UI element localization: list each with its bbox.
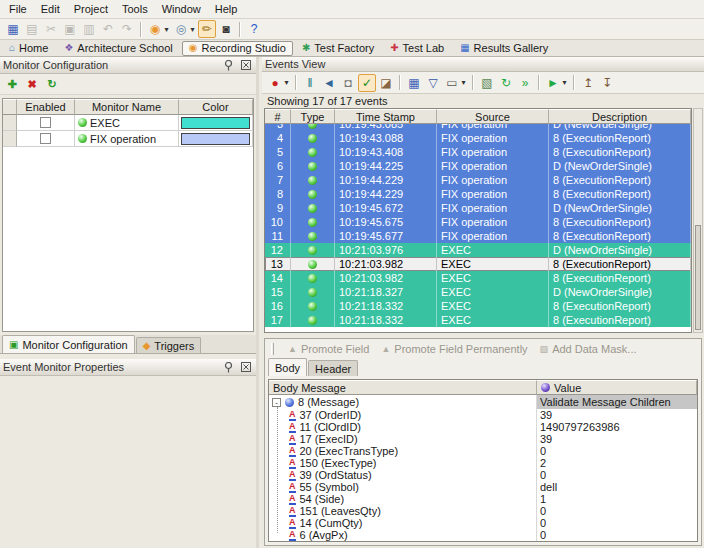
field-row[interactable]: A 37 (OrderID) 39 [269, 409, 697, 421]
enabled-checkbox[interactable] [40, 117, 51, 128]
event-row[interactable]: 11 10:19:45.677 FIX operation 8 (Executi… [265, 229, 691, 243]
delete-monitor-icon[interactable]: ✖ [23, 75, 41, 93]
collapse-toggle-icon[interactable]: - [272, 398, 281, 407]
details-tab[interactable]: Body [268, 358, 307, 376]
dropdown-caret-icon[interactable]: ▾ [188, 20, 197, 38]
perspective-tab[interactable]: ▦ Results Gallery [453, 41, 555, 56]
paste-icon[interactable]: ▥ [80, 20, 98, 38]
field-row[interactable]: A 151 (LeavesQty) 0 [269, 505, 697, 517]
enabled-column-header[interactable]: Enabled [17, 99, 75, 115]
clear-events-icon[interactable]: ◪ [377, 74, 395, 92]
field-value[interactable]: 1490797263986 [537, 421, 697, 433]
menu-item[interactable]: Tools [115, 1, 155, 17]
save-events-icon[interactable]: ▦ [405, 74, 423, 92]
event-row[interactable]: 15 10:21:18.327 EXEC D (NewOrderSingle) [265, 285, 691, 299]
monitor-row[interactable]: FIX operation [3, 131, 253, 147]
field-row[interactable]: A 6 (AvgPx) 0 [269, 529, 697, 541]
field-row[interactable]: A 150 (ExecType) 2 [269, 457, 697, 469]
field-row[interactable]: A 17 (ExecID) 39 [269, 433, 697, 445]
undo-icon[interactable]: ↶ [99, 20, 117, 38]
refresh-monitors-icon[interactable]: ↻ [43, 75, 61, 93]
menu-item[interactable]: Edit [34, 1, 67, 17]
field-value[interactable]: 0 [537, 445, 697, 457]
color-swatch[interactable] [181, 133, 250, 145]
cut-icon[interactable]: ✂ [42, 20, 60, 38]
copy-icon[interactable]: ▣ [61, 20, 79, 38]
field-row[interactable]: A 11 (ClOrdID) 1490797263986 [269, 421, 697, 433]
field-value[interactable]: dell [537, 481, 697, 493]
field-value[interactable]: 0 [537, 517, 697, 529]
help-icon[interactable]: ? [245, 20, 263, 38]
redo-icon[interactable]: ↷ [118, 20, 136, 38]
pause-icon[interactable]: ‖ [301, 74, 319, 92]
field-value[interactable]: 1 [537, 493, 697, 505]
color-swatch[interactable] [181, 117, 250, 129]
event-row[interactable]: 14 10:21:03.982 EXEC 8 (ExecutionReport) [265, 271, 691, 285]
enabled-checkbox[interactable] [40, 133, 51, 144]
field-row[interactable]: A 39 (OrdStatus) 0 [269, 469, 697, 481]
field-row[interactable]: A 20 (ExecTransType) 0 [269, 445, 697, 457]
filter-icon[interactable]: ▽ [424, 74, 442, 92]
number-column-header[interactable]: # [265, 109, 291, 124]
field-value[interactable]: 0 [537, 505, 697, 517]
field-value[interactable]: 0 [537, 529, 697, 541]
perspective-tab[interactable]: ⌂ Home [2, 41, 55, 56]
source-column-header[interactable]: Source [437, 109, 549, 124]
print-icon[interactable]: ▤ [23, 20, 41, 38]
field-value[interactable]: 0 [537, 469, 697, 481]
color-column-header[interactable]: Color [179, 99, 253, 115]
details-tab[interactable]: Header [308, 360, 358, 376]
toolbar-grip[interactable] [271, 343, 274, 355]
event-row[interactable]: 8 10:19:44.229 FIX operation 8 (Executio… [265, 187, 691, 201]
pin-icon[interactable] [221, 59, 236, 72]
add-data-mask-button[interactable]: ▨ Add Data Mask... [540, 343, 637, 355]
message-root-row[interactable]: - 8 (Message) Validate Message Children [269, 395, 697, 409]
event-row[interactable]: 4 10:19:43.088 FIX operation 8 (Executio… [265, 131, 691, 145]
record-pen-icon[interactable]: ✏ [198, 20, 216, 38]
dropdown-caret-icon[interactable]: ▾ [282, 74, 291, 92]
restore-window-icon[interactable] [238, 361, 253, 374]
field-row[interactable]: A 55 (Symbol) dell [269, 481, 697, 493]
dropdown-caret-icon[interactable]: ▾ [162, 20, 171, 38]
type-column-header[interactable]: Type [291, 109, 335, 124]
field-value[interactable]: 2 [537, 457, 697, 469]
promote-field-button[interactable]: ▲ Promote Field [288, 343, 369, 355]
event-row[interactable]: 3 10:19:43.085 FIX operation D (NewOrder… [265, 124, 691, 131]
camera-icon[interactable]: ◙ [217, 20, 235, 38]
dropdown-caret-icon[interactable]: ▾ [459, 74, 468, 92]
promote-field-permanently-button[interactable]: ▲ Promote Field Permanently [381, 343, 527, 355]
field-value[interactable]: 39 [537, 433, 697, 445]
perspective-tab[interactable]: ✱ Test Factory [295, 41, 381, 56]
import-icon[interactable]: ↥ [579, 74, 597, 92]
save-icon[interactable]: ▦ [4, 20, 22, 38]
menu-item[interactable]: Window [155, 1, 208, 17]
timestamp-column-header[interactable]: Time Stamp [335, 109, 437, 124]
event-row[interactable]: 10 10:19:45.675 FIX operation 8 (Executi… [265, 215, 691, 229]
add-monitor-icon[interactable]: ✚ [3, 75, 21, 93]
forward-icon[interactable]: » [516, 74, 534, 92]
export-icon[interactable]: ↧ [598, 74, 616, 92]
menu-item[interactable]: Project [67, 1, 115, 17]
body-message-column-header[interactable]: Body Message [269, 380, 537, 395]
monitor-name-column-header[interactable]: Monitor Name [75, 99, 179, 115]
perspective-tab[interactable]: ❖ Architecture School [57, 41, 179, 56]
monitor-row[interactable]: EXEC [3, 115, 253, 131]
description-column-header[interactable]: Description [549, 109, 691, 124]
dropdown-caret-icon[interactable]: ▾ [560, 74, 569, 92]
lock-icon[interactable]: ◘ [339, 74, 357, 92]
restore-window-icon[interactable] [238, 59, 253, 72]
event-row[interactable]: 6 10:19:44.225 FIX operation D (NewOrder… [265, 159, 691, 173]
rewind-icon[interactable]: ◄ [320, 74, 338, 92]
event-row[interactable]: 17 10:21:18.332 EXEC 8 (ExecutionReport) [265, 313, 691, 327]
left-bottom-tab[interactable]: ▣ Monitor Configuration [2, 335, 135, 353]
field-value[interactable]: 39 [537, 409, 697, 421]
menu-item[interactable]: File [2, 1, 34, 17]
left-bottom-tab[interactable]: ◆ Triggers [136, 337, 202, 353]
perspective-tab[interactable]: ✚ Test Lab [383, 41, 451, 56]
message-root-value[interactable]: Validate Message Children [537, 395, 697, 409]
perspective-tab[interactable]: ◉ Recording Studio [182, 41, 293, 56]
event-row[interactable]: 7 10:19:44.229 FIX operation 8 (Executio… [265, 173, 691, 187]
pin-icon[interactable] [221, 361, 236, 374]
field-row[interactable]: A 54 (Side) 1 [269, 493, 697, 505]
event-row[interactable]: 12 10:21:03.976 EXEC D (NewOrderSingle) [265, 243, 691, 257]
